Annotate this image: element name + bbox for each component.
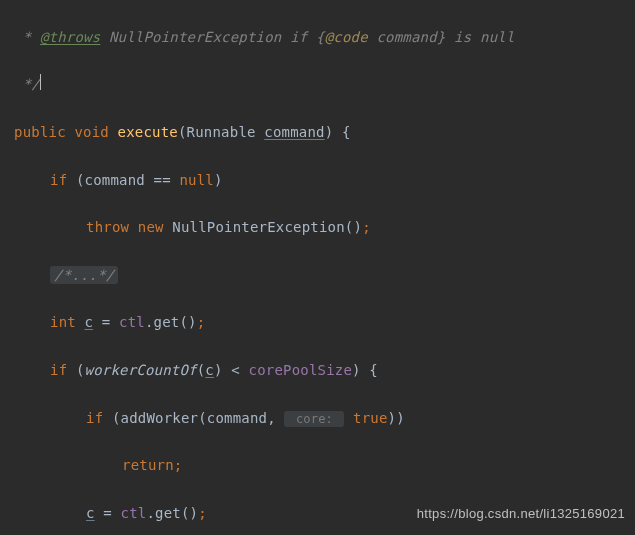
code-editor[interactable]: * @throws NullPointerException if {@code… xyxy=(0,0,635,535)
param-hint: core: xyxy=(284,411,344,427)
code-line: public void execute(Runnable command) { xyxy=(14,121,635,145)
code-line: /*...*/ xyxy=(14,264,635,288)
text-cursor xyxy=(40,74,41,90)
code-line: */ xyxy=(14,73,635,97)
throws-tag: @throws xyxy=(40,29,100,45)
code-line: if (workerCountOf(c) < corePoolSize) { xyxy=(14,359,635,383)
doc-star: * xyxy=(14,29,40,45)
method-name: execute xyxy=(118,124,178,140)
code-tag: @code xyxy=(325,29,368,45)
code-line: if (addWorker(command, core: true)) xyxy=(14,407,635,431)
doc-text: NullPointerException xyxy=(100,29,290,45)
code-line: int c = ctl.get(); xyxy=(14,311,635,335)
code-line: throw new NullPointerException(); xyxy=(14,216,635,240)
code-line: * @throws NullPointerException if {@code… xyxy=(14,26,635,50)
watermark-text: https://blog.csdn.net/li1325169021 xyxy=(417,503,625,525)
folded-comment[interactable]: /*...*/ xyxy=(50,266,118,284)
param-command: command xyxy=(264,124,324,140)
code-line: if (command == null) xyxy=(14,169,635,193)
code-line: return; xyxy=(14,454,635,478)
doc-close: */ xyxy=(14,76,40,92)
